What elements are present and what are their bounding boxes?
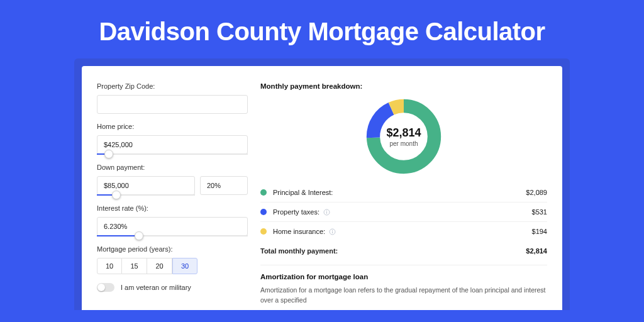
donut-wrap: $2,814 per month xyxy=(260,92,547,183)
veteran-row: I am veteran or military xyxy=(97,283,248,292)
zip-input[interactable] xyxy=(97,95,248,114)
legend-dot xyxy=(260,228,267,235)
period-option-30[interactable]: 30 xyxy=(172,258,197,274)
breakdown-legend: Principal & Interest:$2,089Property taxe… xyxy=(260,183,547,241)
legend-row: Home insurance:$194 xyxy=(260,222,547,241)
total-row: Total monthly payment: $2,814 xyxy=(260,241,547,262)
rate-input[interactable] xyxy=(97,217,248,236)
svg-point-4 xyxy=(326,210,327,211)
downpayment-label: Down payment: xyxy=(97,164,248,171)
donut-center: $2,814 per month xyxy=(364,96,444,177)
donut-amount: $2,814 xyxy=(386,126,421,140)
payment-donut-chart: $2,814 per month xyxy=(364,96,444,177)
breakdown-title: Monthly payment breakdown: xyxy=(260,82,547,90)
period-option-20[interactable]: 20 xyxy=(147,258,172,274)
downpayment-percent-input[interactable] xyxy=(200,176,248,195)
svg-point-7 xyxy=(332,230,333,230)
legend-label: Home insurance: xyxy=(273,228,325,235)
zip-label: Property Zip Code: xyxy=(97,82,248,90)
downpayment-slider[interactable] xyxy=(97,194,195,196)
price-slider[interactable] xyxy=(97,153,248,155)
period-option-15[interactable]: 15 xyxy=(122,258,147,274)
legend-label: Property taxes: xyxy=(273,208,319,216)
info-icon[interactable] xyxy=(323,209,330,216)
rate-field: Interest rate (%): xyxy=(97,204,248,236)
legend-value: $2,089 xyxy=(526,189,547,196)
period-options: 10152030 xyxy=(97,258,248,274)
legend-dot xyxy=(260,209,267,215)
rate-label: Interest rate (%): xyxy=(97,204,248,212)
amortization-text: Amortization for a mortgage loan refers … xyxy=(260,286,547,306)
amortization-title: Amortization for mortgage loan xyxy=(260,273,547,280)
calculator-card: Property Zip Code: Home price: Down paym… xyxy=(82,66,562,310)
zip-field: Property Zip Code: xyxy=(97,82,248,114)
downpayment-amount-input[interactable] xyxy=(97,176,195,195)
info-icon[interactable] xyxy=(329,228,336,235)
period-option-10[interactable]: 10 xyxy=(97,258,122,274)
total-label: Total monthly payment: xyxy=(260,247,338,255)
price-label: Home price: xyxy=(97,123,248,130)
price-field: Home price: xyxy=(97,123,248,155)
legend-label: Principal & Interest: xyxy=(273,189,333,196)
price-input[interactable] xyxy=(97,135,248,154)
svg-rect-8 xyxy=(332,231,333,233)
page-title: Davidson County Mortgage Calculator xyxy=(0,18,644,46)
donut-sub: per month xyxy=(389,140,418,147)
legend-row: Property taxes:$531 xyxy=(260,203,547,222)
legend-value: $531 xyxy=(532,208,547,216)
legend-row: Principal & Interest:$2,089 xyxy=(260,183,547,203)
amortization-section: Amortization for mortgage loan Amortizat… xyxy=(260,265,547,306)
period-field: Mortgage period (years): 10152030 xyxy=(97,245,248,274)
downpayment-field: Down payment: xyxy=(97,164,248,196)
rate-slider[interactable] xyxy=(97,235,248,236)
veteran-toggle[interactable] xyxy=(97,283,114,292)
svg-rect-5 xyxy=(326,211,327,213)
veteran-label: I am veteran or military xyxy=(121,284,191,291)
breakdown-column: Monthly payment breakdown: $2,814 per mo… xyxy=(260,82,547,303)
legend-dot xyxy=(260,189,267,196)
calculator-panel: Property Zip Code: Home price: Down paym… xyxy=(74,58,570,310)
inputs-column: Property Zip Code: Home price: Down paym… xyxy=(97,82,248,303)
period-label: Mortgage period (years): xyxy=(97,245,248,253)
total-value: $2,814 xyxy=(526,247,547,255)
legend-value: $194 xyxy=(532,228,547,235)
